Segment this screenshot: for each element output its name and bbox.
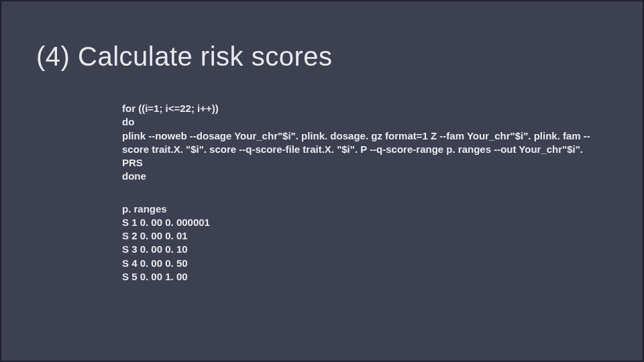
ranges-row: S 4 0. 00 0. 50	[122, 257, 592, 270]
slide-body: for ((i=1; i<=22; i++)) do plink --noweb…	[122, 102, 592, 284]
ranges-row: S 1 0. 00 0. 000001	[122, 216, 592, 229]
ranges-block: p. ranges S 1 0. 00 0. 000001 S 2 0. 00 …	[122, 202, 592, 284]
code-line: plink --noweb --dosage Your_chr"$i". pli…	[122, 129, 592, 170]
code-line: for ((i=1; i<=22; i++))	[122, 102, 592, 115]
code-line: done	[122, 170, 592, 183]
ranges-row: S 5 0. 00 1. 00	[122, 270, 592, 284]
ranges-row: S 3 0. 00 0. 10	[122, 243, 592, 256]
ranges-row: S 2 0. 00 0. 01	[122, 229, 592, 243]
code-block: for ((i=1; i<=22; i++)) do plink --noweb…	[122, 102, 592, 184]
ranges-header: p. ranges	[122, 202, 592, 216]
slide-title: (4) Calculate risk scores	[36, 42, 333, 72]
code-line: do	[122, 115, 592, 129]
slide: (4) Calculate risk scores for ((i=1; i<=…	[0, 0, 644, 362]
